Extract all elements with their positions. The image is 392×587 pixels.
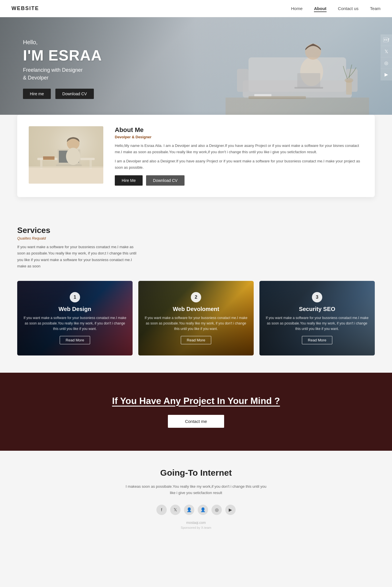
nav-link-team[interactable]: Team: [370, 6, 381, 11]
footer-description: I makeas soon as possibale.You really li…: [124, 483, 268, 496]
svg-rect-7: [297, 73, 320, 88]
nav-link-about[interactable]: About: [314, 6, 326, 12]
services-grid: 1 Web Design If you want make a software…: [17, 281, 375, 355]
service-desc-2: If you want make a software for your bus…: [144, 315, 248, 332]
hero-name: I'M ESRAA: [23, 47, 102, 64]
about-content: About Me Devolper & Designer Hello,My na…: [115, 126, 363, 186]
services-description: If you want make a software for your bus…: [17, 244, 138, 269]
social-youtube[interactable]: ▶: [381, 69, 392, 80]
nav-item-about[interactable]: About: [314, 6, 326, 11]
service-desc-1: If you want make a software for your bus…: [23, 315, 127, 332]
about-text-2: I am a Devolper and also a Designer.If y…: [115, 158, 363, 171]
svg-rect-9: [254, 94, 271, 96]
footer-youtube-icon[interactable]: ▶: [225, 505, 236, 515]
hero-section: Hello, I'M ESRAA Freelancing with Design…: [0, 17, 392, 120]
social-instagram[interactable]: ◎: [381, 57, 392, 69]
instagram-icon: ◎: [384, 60, 388, 66]
footer-person2-icon[interactable]: 👤: [198, 505, 208, 515]
hero-subtitle-line1: Freelancing with Designer: [23, 67, 83, 73]
footer-twitter-icon[interactable]: 𝕏: [170, 505, 181, 515]
hero-content: Hello, I'M ESRAA Freelancing with Design…: [0, 39, 102, 99]
svg-rect-3: [237, 69, 249, 92]
svg-rect-8: [294, 87, 323, 89]
service-card-3[interactable]: 3 Security SEO If you want make a softwa…: [259, 281, 375, 355]
youtube-icon: ▶: [385, 72, 388, 77]
service-card-2[interactable]: 2 Web Devoloment If you want make a soft…: [138, 281, 254, 355]
hero-buttons: Hire me Download CV: [23, 89, 102, 99]
service-read-more-1[interactable]: Read More: [60, 336, 90, 344]
about-text-1: Hello,My name is Esraa Atia. I am a Devo…: [115, 143, 363, 155]
facebook-icon: : [383, 38, 388, 43]
nav-item-team[interactable]: Team: [370, 6, 381, 11]
footer-instagram-icon[interactable]: ◎: [211, 505, 222, 515]
footer-person1-icon[interactable]: 👤: [184, 505, 194, 515]
about-section: About Me Devolper & Designer Hello,My na…: [0, 115, 392, 214]
footer-title: Going-To Internet: [17, 468, 375, 478]
social-facebook[interactable]: f: [381, 34, 392, 46]
service-name-2: Web Devoloment: [173, 306, 219, 312]
about-card: About Me Devolper & Designer Hello,My na…: [17, 115, 375, 197]
footer-sponsored: Sponsored by X-team: [17, 526, 375, 529]
service-content-1: 1 Web Design If you want make a software…: [17, 281, 133, 355]
service-read-more-2[interactable]: Read More: [181, 336, 211, 344]
cta-section: If You Have Any Project In Your Mind ? C…: [0, 373, 392, 451]
svg-rect-14: [29, 166, 103, 184]
about-role: Devolper & Designer: [115, 135, 363, 139]
footer-watermark: mostaqi.com: [17, 521, 375, 525]
nav-item-home[interactable]: Home: [291, 6, 302, 11]
nav-link-contact[interactable]: Contact us: [338, 6, 359, 11]
footer-facebook-icon[interactable]: f: [156, 505, 167, 515]
services-title: Services: [17, 226, 375, 235]
twitter-icon: 𝕏: [385, 49, 388, 54]
hero-subtitle-line2: & Devolper: [23, 75, 48, 81]
about-title: About Me: [115, 126, 363, 134]
services-section: Services Qualites Requald If you want ma…: [0, 214, 392, 372]
about-hire-btn[interactable]: Hire Me: [115, 175, 143, 186]
nav-item-contact[interactable]: Contact us: [338, 6, 359, 11]
service-card-1[interactable]: 1 Web Design If you want make a software…: [17, 281, 133, 355]
about-buttons: Hire Me Download CV: [115, 175, 363, 186]
hero-download-btn[interactable]: Download CV: [55, 89, 94, 99]
site-logo: WEBSITE: [11, 5, 39, 11]
footer-social-links: f 𝕏 👤 👤 ◎ ▶: [17, 505, 375, 515]
about-download-btn[interactable]: Download CV: [146, 175, 185, 186]
service-number-3: 3: [312, 292, 322, 302]
hero-subtitle: Freelancing with Designer & Devolper: [23, 66, 102, 82]
nav-links: Home About Contact us Team: [291, 6, 381, 11]
social-twitter[interactable]: 𝕏: [381, 46, 392, 57]
social-sidebar: f 𝕏 ◎ ▶: [381, 34, 392, 80]
svg-rect-25: [29, 126, 103, 168]
navbar: WEBSITE Home About Contact us Team: [0, 0, 392, 17]
cta-title: If You Have Any Project In Your Mind ?: [17, 396, 375, 406]
service-name-3: Security SEO: [299, 306, 335, 312]
service-desc-3: If you want make a software for your bus…: [265, 315, 369, 332]
about-image: [29, 126, 103, 184]
services-subtitle: Qualites Requald: [17, 236, 375, 240]
footer-section: Going-To Internet I makeas soon as possi…: [0, 451, 392, 541]
hero-illustration: [226, 17, 369, 120]
nav-link-home[interactable]: Home: [291, 6, 302, 11]
svg-point-13: [345, 78, 353, 83]
service-number-2: 2: [191, 292, 201, 302]
service-content-3: 3 Security SEO If you want make a softwa…: [259, 281, 375, 355]
cta-contact-btn[interactable]: Contact me: [168, 415, 224, 428]
svg-rect-11: [249, 96, 306, 99]
hero-greeting: Hello,: [23, 39, 102, 46]
service-number-1: 1: [70, 292, 80, 302]
service-read-more-3[interactable]: Read More: [302, 336, 332, 344]
service-content-2: 2 Web Devoloment If you want make a soft…: [138, 281, 254, 355]
svg-point-6: [305, 44, 321, 60]
hero-hire-btn[interactable]: Hire me: [23, 89, 51, 99]
service-name-1: Web Design: [59, 306, 91, 312]
